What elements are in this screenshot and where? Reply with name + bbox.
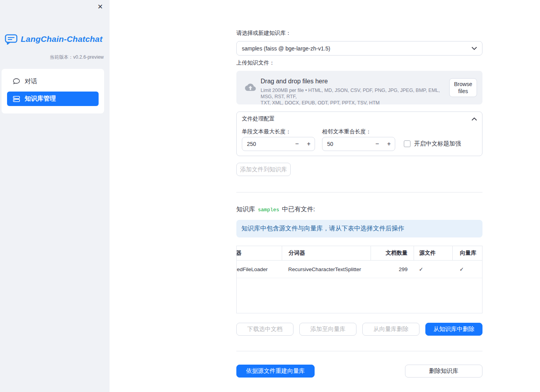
cell-doc-count: 299	[371, 261, 414, 278]
checkbox-label: 开启中文标题加强	[414, 140, 461, 147]
cell-loader-text: UnstructuredFileLoader	[237, 266, 268, 272]
add-to-vector-button[interactable]: 添加至向量库	[299, 323, 356, 336]
app-logo: LangChain-Chatchat	[5, 34, 103, 45]
cell-loader: UnstructuredFileLoader	[237, 261, 282, 278]
col-header-vector: 向量库	[452, 246, 482, 260]
overlap-input[interactable]: 50 − +	[322, 137, 395, 151]
file-actions: 下载选中文档 添加至向量库 从向量库删除 从知识库中删除	[236, 323, 482, 336]
overlap-value: 50	[327, 141, 371, 147]
dropzone-title: Drag and drop files here	[261, 78, 328, 85]
kb-select[interactable]: samples (faiss @ bge-large-zh-v1.5)	[236, 41, 482, 56]
sidebar-item-label: 知识库管理	[25, 95, 56, 103]
sidebar-item-knowledge-base[interactable]: 知识库管理	[7, 92, 99, 106]
dropzone-limit-line1: Limit 200MB per file • HTML, MD, JSON, C…	[261, 87, 448, 100]
table-row[interactable]: UnstructuredFileLoader RecursiveCharacte…	[237, 261, 482, 278]
overlap-label: 相邻文本重合长度：	[322, 128, 371, 135]
sidebar-item-dialogue[interactable]: 对话	[7, 74, 99, 89]
chevron-down-icon	[472, 47, 477, 50]
divider	[236, 351, 482, 351]
remove-from-vector-button[interactable]: 从向量库删除	[362, 323, 419, 336]
files-table[interactable]: 文档加载器 分词器 文档数量 源文件 向量库 UnstructuredFileL…	[236, 246, 482, 313]
chevron-up-icon	[472, 117, 477, 121]
divider	[236, 192, 482, 192]
add-files-button[interactable]: 添加文件到知识库	[236, 163, 291, 176]
logo-text: LangChain-Chatchat	[21, 34, 103, 44]
delete-from-kb-button[interactable]: 从知识库中删除	[425, 323, 482, 336]
hdd-stack-icon	[13, 95, 20, 102]
main-content: 请选择或新建知识库： samples (faiss @ bge-large-zh…	[236, 0, 482, 392]
expander-title: 文件处理配置	[242, 115, 275, 122]
plus-button[interactable]: +	[383, 140, 395, 147]
checkbox-box[interactable]	[404, 140, 410, 147]
col-header-label: 文档加载器	[237, 250, 241, 257]
browse-files-button[interactable]: Browse files	[449, 78, 477, 97]
file-config-expander: 文件处理配置 单段文本最大长度： 250 − + 相邻文本重合长度： 50 − …	[236, 111, 482, 156]
col-header-splitter: 分词器	[282, 246, 371, 260]
rebuild-vector-store-button[interactable]: 依据源文件重建向量库	[236, 365, 315, 378]
chat-logo-icon	[5, 34, 18, 45]
sidebar-item-label: 对话	[25, 77, 37, 86]
cell-source-check: ✓	[414, 261, 453, 278]
col-header-loader: 文档加载器	[237, 246, 282, 260]
sidebar: ✕ LangChain-Chatchat 当前版本：v0.2.6-preview	[0, 0, 110, 392]
max-length-value: 250	[247, 141, 291, 147]
upload-label: 上传知识文件：	[236, 59, 275, 67]
expander-header[interactable]: 文件处理配置	[237, 112, 482, 126]
sidebar-menu: 对话 知识库管理	[2, 69, 104, 113]
app-page: ✕ LangChain-Chatchat 当前版本：v0.2.6-preview	[0, 0, 540, 392]
cloud-upload-icon	[243, 82, 257, 94]
zh-title-enhance-checkbox[interactable]: 开启中文标题加强	[404, 140, 461, 147]
version-label: 当前版本：v0.2.6-preview	[50, 54, 104, 61]
plus-button[interactable]: +	[303, 140, 315, 147]
info-alert: 知识库中包含源文件与向量库，请从下表中选择文件后操作	[236, 220, 482, 237]
existing-files-line: 知识库 samples 中已有文件:	[236, 205, 315, 214]
kb-select-value: samples (faiss @ bge-large-zh-v1.5)	[242, 45, 330, 52]
col-header-doc-count: 文档数量	[371, 246, 414, 260]
minus-button[interactable]: −	[291, 140, 303, 147]
col-header-source: 源文件	[414, 246, 453, 260]
chat-bubble-icon	[13, 78, 20, 85]
info-text: 知识库中包含源文件与向量库，请从下表中选择文件后操作	[241, 225, 404, 233]
cell-vector-check: ✓	[452, 261, 482, 278]
dropzone-limit-text: Limit 200MB per file • HTML, MD, JSON, C…	[261, 87, 448, 106]
sidebar-close-icon[interactable]: ✕	[95, 2, 105, 12]
kb-select-label: 请选择或新建知识库：	[236, 30, 291, 37]
cell-splitter: RecursiveCharacterTextSplitter	[282, 261, 371, 278]
existing-suffix: 中已有文件:	[282, 205, 315, 214]
kb-name-code: samples	[258, 207, 279, 213]
minus-button[interactable]: −	[371, 140, 383, 147]
download-selected-button[interactable]: 下载选中文档	[236, 323, 293, 336]
existing-prefix: 知识库	[236, 205, 255, 214]
delete-kb-button[interactable]: 删除知识库	[405, 365, 482, 378]
file-dropzone[interactable]: Drag and drop files here Limit 200MB per…	[236, 71, 482, 104]
table-header: 文档加载器 分词器 文档数量 源文件 向量库	[237, 246, 482, 261]
max-length-input[interactable]: 250 − +	[242, 137, 315, 151]
max-length-label: 单段文本最大长度：	[242, 128, 291, 135]
dropzone-limit-line2: TXT, XML, DOCX, EPUB, ODT, PPT, PPTX, TS…	[261, 100, 448, 106]
